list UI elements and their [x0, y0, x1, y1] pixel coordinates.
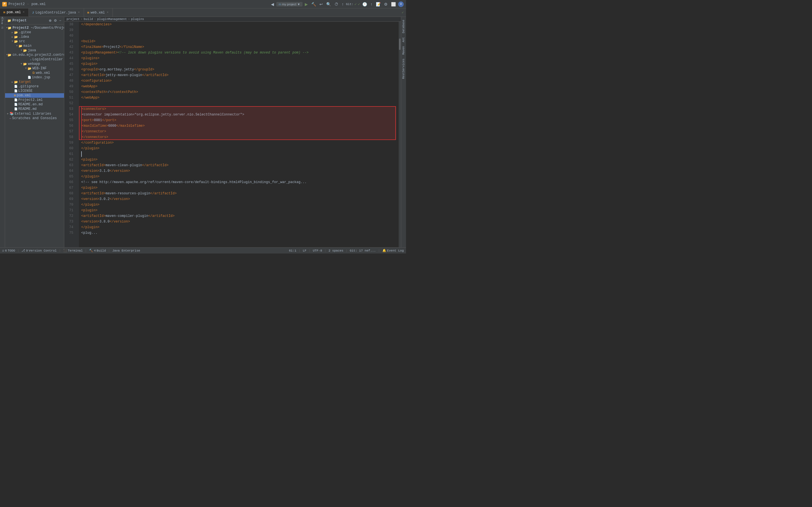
md-icon-en: 📄 [14, 103, 17, 106]
tree-item-webinf[interactable]: 📂 WEB-INF [5, 66, 64, 71]
tree-item-webapp[interactable]: 📂 webapp [5, 62, 64, 66]
status-sep9: | [378, 249, 380, 252]
scratch-icon: ✏ [10, 117, 11, 120]
tab-web-label: web.xml [91, 11, 105, 15]
breadcrumb-plugins[interactable]: plugins [131, 17, 144, 21]
status-todo[interactable]: ☑ 6 TODO [2, 249, 15, 252]
tree-item-target[interactable]: 📂 target [5, 80, 64, 84]
maven-icon: m [278, 3, 281, 6]
tree-label-webxml: web.xml [36, 71, 50, 75]
tree-item-readme-en[interactable]: 📄 README.en.md [5, 102, 64, 107]
history-btn[interactable]: 🕐 [361, 1, 368, 7]
tree-label-webinf: WEB-INF [33, 66, 47, 70]
line-numbers: 3839404142434445464748495051525354555657… [64, 22, 75, 247]
status-event-log[interactable]: 🔔 Event Log [382, 249, 404, 252]
file-name-label: pom.xml [31, 2, 45, 6]
tree-item-indexjsp[interactable]: 📄 index.jsp [5, 75, 64, 80]
right-panel-maven[interactable]: Maven [402, 45, 406, 56]
tree-item-logincontroller[interactable]: ☕ LoginController [5, 57, 64, 62]
event-log-label: Event Log [387, 249, 404, 252]
folder-icon-project2: 📁 [8, 26, 11, 30]
tree-item-project2[interactable]: 📁 Project2 ~/Documents/Project2 [5, 25, 64, 30]
tree-item-java[interactable]: 📂 java [5, 48, 64, 53]
tree-label-iml: Project2.iml [18, 98, 43, 102]
folder-icon-webapp: 📂 [23, 62, 27, 66]
tab-login-controller[interactable]: J LoginController.java × [29, 8, 84, 17]
sidebar-minimize-btn[interactable]: − [59, 18, 62, 23]
status-terminal[interactable]: ⬛ Terminal [63, 249, 83, 252]
tree-arrow-gitee [11, 31, 14, 34]
extlib-icon: 📚 [10, 112, 14, 116]
indent-label: 2 spaces [328, 249, 343, 252]
breadcrumb: project › build › pluginManagement › plu… [64, 17, 401, 22]
tree-item-iml[interactable]: 📄 Project2.iml [5, 98, 64, 102]
rerun-btn[interactable]: ↩ [318, 1, 324, 7]
scroll-thumb[interactable] [399, 39, 401, 50]
user-avatar[interactable]: U [398, 1, 404, 7]
project-side-icon[interactable]: 1: Project [1, 19, 4, 23]
main-area: 1: Project 📁 Project ⊕ ⚙ − 📁 Project2 ~/… [0, 17, 406, 247]
tab-web-xml[interactable]: m web.xml × [84, 8, 113, 17]
status-java-enterprise[interactable]: Java Enterprise [112, 249, 140, 252]
tree-label-gitignore: .gitignore [18, 84, 39, 89]
tree-item-webxml[interactable]: 🗋 web.xml [5, 71, 64, 75]
folder-icon-gitee: 📂 [14, 31, 18, 34]
tree-item-pomxml[interactable]: m pom.xml [5, 93, 64, 98]
right-panel-database[interactable]: Database [402, 18, 406, 35]
run-btn[interactable]: ▶ [304, 1, 309, 7]
status-sep7: | [324, 249, 326, 252]
build-btn[interactable]: 🔨 [310, 1, 317, 7]
push-btn[interactable]: ↑ [369, 1, 373, 7]
settings-gear-icon[interactable]: ⚙ [383, 1, 389, 7]
tree-label-src: src [19, 40, 25, 43]
sidebar-title: Project [12, 18, 47, 22]
tree-item-license[interactable]: 📄 LICENSE [5, 89, 64, 93]
search-btn[interactable]: 🔍 [325, 1, 332, 7]
tree-item-scratches[interactable]: ✏ Scratches and Consoles [5, 116, 64, 121]
tree-item-main[interactable]: 📂 main [5, 44, 64, 48]
annotate-btn[interactable]: 📝 [375, 1, 382, 7]
tree-arrow-extlibs [6, 112, 10, 115]
status-build[interactable]: 🔨 4 Build [89, 249, 106, 252]
folder-icon-main: 📂 [18, 44, 22, 48]
tree-item-readme[interactable]: 📄 README.md [5, 107, 64, 111]
breadcrumb-project[interactable]: project [66, 17, 80, 21]
sidebar: 📁 Project ⊕ ⚙ − 📁 Project2 ~/Documents/P… [5, 17, 64, 247]
tree-label-readme: README.md [18, 107, 37, 111]
dropdown-icon: ▼ [297, 3, 300, 6]
breadcrumb-build[interactable]: build [84, 17, 93, 21]
sidebar-header: 📁 Project ⊕ ⚙ − [5, 17, 64, 24]
sidebar-gear-icon[interactable]: ⚙ [53, 18, 57, 23]
project-btn[interactable]: m my project ▼ [276, 2, 303, 6]
git-label: Git: [346, 3, 353, 6]
todo-icon: ☑ [2, 249, 4, 252]
tree-item-gitee[interactable]: 📂 .gitee [5, 30, 64, 35]
sidebar-tree: 📁 Project2 ~/Documents/Project2 📂 .gitee… [5, 24, 64, 247]
sidebar-sync-btn[interactable]: ⊕ [48, 18, 52, 23]
scrollbar[interactable] [399, 22, 401, 247]
vcs-btn[interactable]: ↑ [341, 1, 345, 7]
right-panel: Database Ant Maven RestServices [401, 17, 406, 247]
tab-login-close[interactable]: × [78, 11, 80, 14]
tree-item-src[interactable]: 📂 src [5, 39, 64, 44]
status-vc[interactable]: ⎇ 9 Version Control [21, 249, 57, 252]
tab-pom-close[interactable]: × [22, 11, 25, 14]
vc-label: Version Control [29, 249, 57, 252]
right-panel-ant[interactable]: Ant [402, 36, 406, 44]
sep1: – [27, 2, 29, 6]
breadcrumb-pluginmgmt[interactable]: pluginManagement [97, 17, 127, 21]
tab-web-close[interactable]: × [106, 11, 109, 14]
tab-pom-xml[interactable]: m pom.xml × [0, 8, 29, 17]
right-panel-restservices[interactable]: RestServices [402, 57, 406, 80]
window-btn[interactable]: ⬜ [390, 1, 397, 7]
tree-item-idea[interactable]: 📂 .idea [5, 35, 64, 39]
tree-item-gitignore[interactable]: 📄 .gitignore [5, 84, 64, 89]
code-area[interactable]: </dependencies> <build> <finalName>Proje… [79, 22, 399, 247]
xml-icon: m [3, 11, 5, 14]
status-right: 61:1 | LF | UTF-8 | 2 spaces | Git: 17 n… [289, 249, 404, 252]
back-btn[interactable]: ◀ [270, 1, 275, 7]
tree-item-controller-pkg[interactable]: 📂 cn.edu.mju.project2.controller [5, 53, 64, 57]
folder-icon-src: 📂 [14, 40, 18, 43]
recent-btn[interactable]: ⏱ [333, 1, 340, 7]
tree-item-ext-libs[interactable]: 📚 External Libraries [5, 111, 64, 116]
